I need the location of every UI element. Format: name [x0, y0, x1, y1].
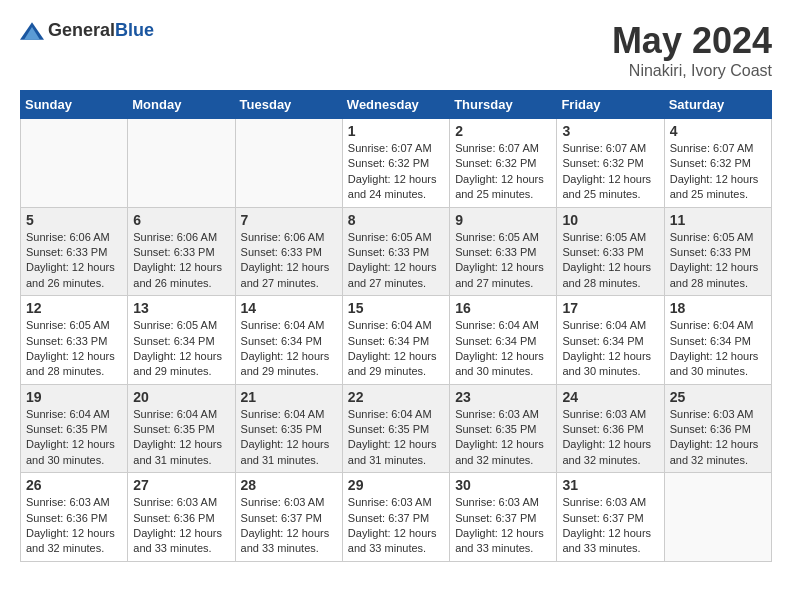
calendar-cell: 17Sunrise: 6:04 AM Sunset: 6:34 PM Dayli… — [557, 296, 664, 385]
day-info: Sunrise: 6:04 AM Sunset: 6:35 PM Dayligh… — [26, 407, 122, 469]
day-info: Sunrise: 6:03 AM Sunset: 6:35 PM Dayligh… — [455, 407, 551, 469]
day-info: Sunrise: 6:04 AM Sunset: 6:34 PM Dayligh… — [348, 318, 444, 380]
day-info: Sunrise: 6:04 AM Sunset: 6:34 PM Dayligh… — [241, 318, 337, 380]
calendar-cell — [664, 473, 771, 562]
calendar-week-4: 19Sunrise: 6:04 AM Sunset: 6:35 PM Dayli… — [21, 384, 772, 473]
calendar-cell: 16Sunrise: 6:04 AM Sunset: 6:34 PM Dayli… — [450, 296, 557, 385]
day-info: Sunrise: 6:03 AM Sunset: 6:36 PM Dayligh… — [670, 407, 766, 469]
day-info: Sunrise: 6:05 AM Sunset: 6:33 PM Dayligh… — [455, 230, 551, 292]
day-number: 26 — [26, 477, 122, 493]
calendar-cell: 11Sunrise: 6:05 AM Sunset: 6:33 PM Dayli… — [664, 207, 771, 296]
calendar-header-wednesday: Wednesday — [342, 91, 449, 119]
calendar-cell: 4Sunrise: 6:07 AM Sunset: 6:32 PM Daylig… — [664, 119, 771, 208]
day-number: 13 — [133, 300, 229, 316]
day-number: 23 — [455, 389, 551, 405]
day-number: 12 — [26, 300, 122, 316]
day-info: Sunrise: 6:05 AM Sunset: 6:33 PM Dayligh… — [348, 230, 444, 292]
calendar-cell: 29Sunrise: 6:03 AM Sunset: 6:37 PM Dayli… — [342, 473, 449, 562]
logo-blue: Blue — [115, 20, 154, 41]
day-info: Sunrise: 6:04 AM Sunset: 6:35 PM Dayligh… — [241, 407, 337, 469]
day-number: 2 — [455, 123, 551, 139]
calendar-cell: 30Sunrise: 6:03 AM Sunset: 6:37 PM Dayli… — [450, 473, 557, 562]
day-info: Sunrise: 6:03 AM Sunset: 6:37 PM Dayligh… — [562, 495, 658, 557]
day-number: 30 — [455, 477, 551, 493]
day-info: Sunrise: 6:03 AM Sunset: 6:37 PM Dayligh… — [455, 495, 551, 557]
calendar-header-monday: Monday — [128, 91, 235, 119]
day-number: 9 — [455, 212, 551, 228]
calendar-cell: 31Sunrise: 6:03 AM Sunset: 6:37 PM Dayli… — [557, 473, 664, 562]
calendar-cell: 19Sunrise: 6:04 AM Sunset: 6:35 PM Dayli… — [21, 384, 128, 473]
day-info: Sunrise: 6:05 AM Sunset: 6:34 PM Dayligh… — [133, 318, 229, 380]
day-number: 22 — [348, 389, 444, 405]
day-number: 19 — [26, 389, 122, 405]
calendar-cell: 28Sunrise: 6:03 AM Sunset: 6:37 PM Dayli… — [235, 473, 342, 562]
calendar-cell: 3Sunrise: 6:07 AM Sunset: 6:32 PM Daylig… — [557, 119, 664, 208]
day-info: Sunrise: 6:05 AM Sunset: 6:33 PM Dayligh… — [562, 230, 658, 292]
calendar-cell: 24Sunrise: 6:03 AM Sunset: 6:36 PM Dayli… — [557, 384, 664, 473]
day-number: 18 — [670, 300, 766, 316]
calendar-cell: 12Sunrise: 6:05 AM Sunset: 6:33 PM Dayli… — [21, 296, 128, 385]
day-number: 27 — [133, 477, 229, 493]
calendar-header-thursday: Thursday — [450, 91, 557, 119]
calendar-cell: 23Sunrise: 6:03 AM Sunset: 6:35 PM Dayli… — [450, 384, 557, 473]
calendar-header-tuesday: Tuesday — [235, 91, 342, 119]
day-info: Sunrise: 6:05 AM Sunset: 6:33 PM Dayligh… — [670, 230, 766, 292]
day-number: 24 — [562, 389, 658, 405]
title-area: May 2024 Ninakiri, Ivory Coast — [612, 20, 772, 80]
calendar-cell: 1Sunrise: 6:07 AM Sunset: 6:32 PM Daylig… — [342, 119, 449, 208]
day-info: Sunrise: 6:05 AM Sunset: 6:33 PM Dayligh… — [26, 318, 122, 380]
calendar-table: SundayMondayTuesdayWednesdayThursdayFrid… — [20, 90, 772, 562]
day-number: 4 — [670, 123, 766, 139]
day-info: Sunrise: 6:04 AM Sunset: 6:35 PM Dayligh… — [133, 407, 229, 469]
day-info: Sunrise: 6:07 AM Sunset: 6:32 PM Dayligh… — [348, 141, 444, 203]
day-number: 20 — [133, 389, 229, 405]
calendar-cell: 21Sunrise: 6:04 AM Sunset: 6:35 PM Dayli… — [235, 384, 342, 473]
calendar-week-5: 26Sunrise: 6:03 AM Sunset: 6:36 PM Dayli… — [21, 473, 772, 562]
calendar-cell — [21, 119, 128, 208]
calendar-cell: 8Sunrise: 6:05 AM Sunset: 6:33 PM Daylig… — [342, 207, 449, 296]
day-info: Sunrise: 6:03 AM Sunset: 6:36 PM Dayligh… — [562, 407, 658, 469]
location: Ninakiri, Ivory Coast — [612, 62, 772, 80]
calendar-cell: 13Sunrise: 6:05 AM Sunset: 6:34 PM Dayli… — [128, 296, 235, 385]
calendar-header-friday: Friday — [557, 91, 664, 119]
month-year: May 2024 — [612, 20, 772, 62]
day-info: Sunrise: 6:06 AM Sunset: 6:33 PM Dayligh… — [26, 230, 122, 292]
day-info: Sunrise: 6:03 AM Sunset: 6:37 PM Dayligh… — [241, 495, 337, 557]
day-number: 17 — [562, 300, 658, 316]
day-info: Sunrise: 6:03 AM Sunset: 6:36 PM Dayligh… — [26, 495, 122, 557]
day-number: 14 — [241, 300, 337, 316]
calendar-cell: 14Sunrise: 6:04 AM Sunset: 6:34 PM Dayli… — [235, 296, 342, 385]
day-number: 29 — [348, 477, 444, 493]
calendar-week-3: 12Sunrise: 6:05 AM Sunset: 6:33 PM Dayli… — [21, 296, 772, 385]
day-number: 16 — [455, 300, 551, 316]
day-info: Sunrise: 6:07 AM Sunset: 6:32 PM Dayligh… — [670, 141, 766, 203]
logo-icon — [20, 22, 44, 40]
calendar-week-1: 1Sunrise: 6:07 AM Sunset: 6:32 PM Daylig… — [21, 119, 772, 208]
calendar-cell: 18Sunrise: 6:04 AM Sunset: 6:34 PM Dayli… — [664, 296, 771, 385]
calendar-header-row: SundayMondayTuesdayWednesdayThursdayFrid… — [21, 91, 772, 119]
day-number: 31 — [562, 477, 658, 493]
calendar-cell: 25Sunrise: 6:03 AM Sunset: 6:36 PM Dayli… — [664, 384, 771, 473]
day-number: 5 — [26, 212, 122, 228]
calendar-cell — [235, 119, 342, 208]
header: GeneralBlue May 2024 Ninakiri, Ivory Coa… — [20, 20, 772, 80]
calendar-cell — [128, 119, 235, 208]
calendar-cell: 27Sunrise: 6:03 AM Sunset: 6:36 PM Dayli… — [128, 473, 235, 562]
day-info: Sunrise: 6:04 AM Sunset: 6:34 PM Dayligh… — [455, 318, 551, 380]
day-info: Sunrise: 6:03 AM Sunset: 6:37 PM Dayligh… — [348, 495, 444, 557]
calendar-cell: 20Sunrise: 6:04 AM Sunset: 6:35 PM Dayli… — [128, 384, 235, 473]
calendar-header-sunday: Sunday — [21, 91, 128, 119]
calendar-cell: 10Sunrise: 6:05 AM Sunset: 6:33 PM Dayli… — [557, 207, 664, 296]
day-number: 28 — [241, 477, 337, 493]
calendar-cell: 2Sunrise: 6:07 AM Sunset: 6:32 PM Daylig… — [450, 119, 557, 208]
calendar-cell: 5Sunrise: 6:06 AM Sunset: 6:33 PM Daylig… — [21, 207, 128, 296]
day-number: 7 — [241, 212, 337, 228]
day-info: Sunrise: 6:07 AM Sunset: 6:32 PM Dayligh… — [455, 141, 551, 203]
day-number: 6 — [133, 212, 229, 228]
calendar-week-2: 5Sunrise: 6:06 AM Sunset: 6:33 PM Daylig… — [21, 207, 772, 296]
day-number: 25 — [670, 389, 766, 405]
day-number: 11 — [670, 212, 766, 228]
day-number: 3 — [562, 123, 658, 139]
calendar-header-saturday: Saturday — [664, 91, 771, 119]
day-info: Sunrise: 6:06 AM Sunset: 6:33 PM Dayligh… — [241, 230, 337, 292]
